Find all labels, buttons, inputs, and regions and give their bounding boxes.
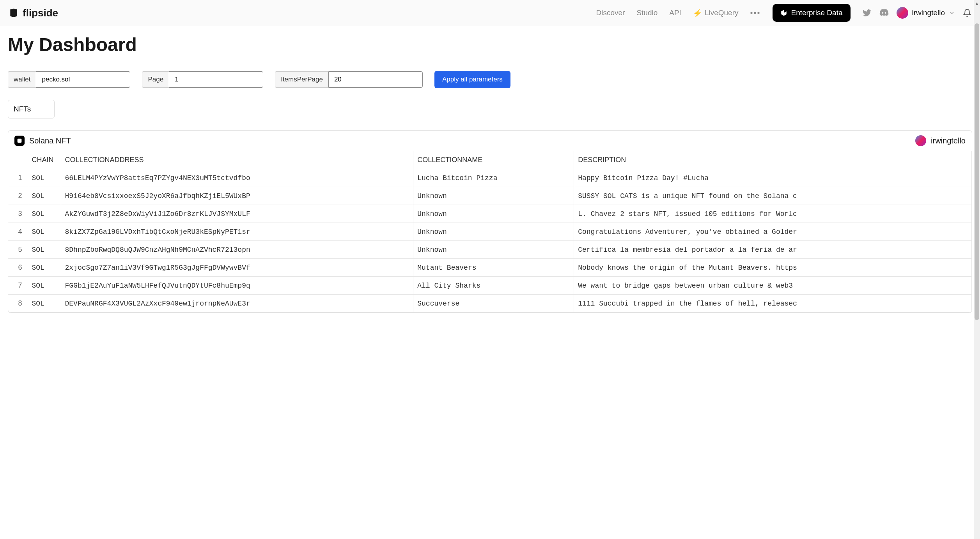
cell-description: Happy Bitcoin Pizza Day! #Lucha: [574, 169, 972, 187]
user-menu[interactable]: irwingtello: [897, 7, 955, 19]
header-right: irwingtello: [862, 7, 971, 19]
scrollbar-up-icon[interactable]: ▲: [974, 0, 980, 6]
table-row[interactable]: 2SOLH9164eb8VcsixxoexS5J2yoXR6aJfbqhKZji…: [8, 187, 972, 205]
nav-api[interactable]: API: [669, 9, 681, 17]
author-name: irwingtello: [931, 136, 966, 145]
cell-chain: SOL: [28, 259, 61, 277]
cell-index: 5: [8, 241, 28, 259]
panel-icon: [14, 136, 25, 146]
table-row[interactable]: 8SOLDEVPauNRGF4X3VUGL2AzXxcF949ew1jrornp…: [8, 295, 972, 313]
tabs-row: NFTs: [8, 100, 972, 118]
cell-chain: SOL: [28, 241, 61, 259]
apply-parameters-button[interactable]: Apply all parameters: [434, 71, 510, 88]
header: flipside Discover Studio API ⚡ LiveQuery…: [0, 0, 980, 26]
panel-author[interactable]: irwingtello: [915, 135, 966, 146]
cell-collection-address: 8kiZX7ZpGa19GLVDxhTibQtCxoNjeRU3kESpNyPE…: [61, 223, 413, 241]
cell-chain: SOL: [28, 223, 61, 241]
cell-description: 1111 Succubi trapped in the flames of he…: [574, 295, 972, 313]
params-row: wallet Page ItemsPerPage Apply all param…: [8, 71, 972, 88]
more-icon[interactable]: •••: [750, 9, 760, 18]
col-chain[interactable]: CHAIN: [28, 151, 61, 169]
table-row[interactable]: 7SOLFGGb1jE2AuYuF1aNW5LHFefQJVutnQDYtUFc…: [8, 277, 972, 295]
scrollbar-track[interactable]: ▲: [974, 0, 980, 321]
cell-index: 1: [8, 169, 28, 187]
wallet-label: wallet: [8, 71, 36, 88]
cell-collection-address: FGGb1jE2AuYuF1aNW5LHFefQJVutnQDYtUFc8huE…: [61, 277, 413, 295]
table-row[interactable]: 1SOL66LELM4PYzVwYP8attsEq7PZYgv4NEX3uMT5…: [8, 169, 972, 187]
svg-rect-0: [18, 139, 22, 143]
cell-collection-name: Lucha Bitcoin Pizza: [413, 169, 574, 187]
cube-icon: [780, 9, 787, 16]
cell-index: 6: [8, 259, 28, 277]
logo[interactable]: flipside: [9, 7, 58, 19]
col-index[interactable]: [8, 151, 28, 169]
table-row[interactable]: 5SOL8DhnpZboRwqDQ8uQJW9CnzAHgNh9MCnAZVhc…: [8, 241, 972, 259]
avatar: [897, 7, 908, 19]
author-avatar: [915, 135, 926, 146]
cell-chain: SOL: [28, 169, 61, 187]
chevron-down-icon: [949, 10, 955, 16]
cell-description: Certifica la membresía del portador a la…: [574, 241, 972, 259]
col-description[interactable]: DESCRIPTION: [574, 151, 972, 169]
cell-chain: SOL: [28, 187, 61, 205]
panel-title: Solana NFT: [14, 136, 71, 146]
cell-index: 4: [8, 223, 28, 241]
param-wallet: wallet: [8, 71, 130, 88]
cell-collection-address: 2xjocSgo7Z7an1iV3Vf9GTwg1R5G3gJgFFgDVWyw…: [61, 259, 413, 277]
table-row[interactable]: 6SOL2xjocSgo7Z7an1iV3Vf9GTwg1R5G3gJgFFgD…: [8, 259, 972, 277]
cell-chain: SOL: [28, 205, 61, 223]
cell-index: 3: [8, 205, 28, 223]
page-input[interactable]: [169, 71, 263, 88]
table-row[interactable]: 3SOLAkZYGuwdT3j2Z8eDxWiyViJ1Zo6Dr8zrKLJV…: [8, 205, 972, 223]
discord-icon[interactable]: [879, 8, 889, 18]
username: irwingtello: [912, 9, 945, 17]
table-wrap: CHAIN COLLECTIONADDRESS COLLECTIONNAME D…: [8, 151, 972, 313]
cell-collection-name: Unknown: [413, 205, 574, 223]
cell-collection-address: 8DhnpZboRwqDQ8uQJW9CnzAHgNh9MCnAZVhcR721…: [61, 241, 413, 259]
table-row[interactable]: 4SOL8kiZX7ZpGa19GLVDxhTibQtCxoNjeRU3kESp…: [8, 223, 972, 241]
nav-livequery[interactable]: ⚡ LiveQuery: [693, 9, 739, 18]
page-label: Page: [142, 71, 169, 88]
tab-nfts[interactable]: NFTs: [8, 100, 55, 118]
nav: Discover Studio API ⚡ LiveQuery ••• Ente…: [596, 4, 971, 22]
cell-collection-name: Unknown: [413, 187, 574, 205]
cell-collection-name: Unknown: [413, 241, 574, 259]
col-collection-address[interactable]: COLLECTIONADDRESS: [61, 151, 413, 169]
cell-description: Congratulations Adventurer, you've obtai…: [574, 223, 972, 241]
cell-collection-address: AkZYGuwdT3j2Z8eDxWiyViJ1Zo6Dr8zrKLJVJSYM…: [61, 205, 413, 223]
cell-index: 8: [8, 295, 28, 313]
cell-description: SUSSY SOL CATS is a unique NFT found on …: [574, 187, 972, 205]
nav-studio[interactable]: Studio: [636, 9, 657, 17]
param-items-per-page: ItemsPerPage: [275, 71, 423, 88]
brand-name: flipside: [23, 7, 58, 19]
nav-discover[interactable]: Discover: [596, 9, 625, 17]
livequery-label: LiveQuery: [705, 9, 739, 17]
page-content: My Dashboard wallet Page ItemsPerPage Ap…: [0, 26, 980, 321]
items-per-page-input[interactable]: [328, 71, 423, 88]
cell-description: Nobody knows the origin of the Mutant Be…: [574, 259, 972, 277]
panel-title-text: Solana NFT: [29, 136, 71, 145]
col-collection-name[interactable]: COLLECTIONNAME: [413, 151, 574, 169]
page-title: My Dashboard: [8, 34, 972, 55]
bolt-icon: ⚡: [693, 9, 702, 18]
enterprise-data-button[interactable]: Enterprise Data: [773, 4, 851, 22]
wallet-input[interactable]: [36, 71, 130, 88]
param-page: Page: [142, 71, 263, 88]
cell-collection-name: All City Sharks: [413, 277, 574, 295]
scrollbar-thumb[interactable]: [975, 23, 979, 320]
twitter-icon[interactable]: [862, 8, 872, 18]
enterprise-label: Enterprise Data: [791, 9, 843, 17]
cell-collection-address: H9164eb8VcsixxoexS5J2yoXR6aJfbqhKZjiEL5W…: [61, 187, 413, 205]
cell-chain: SOL: [28, 295, 61, 313]
cell-collection-address: DEVPauNRGF4X3VUGL2AzXxcF949ew1jrornpNeAU…: [61, 295, 413, 313]
cell-description: We want to bridge gaps between urban cul…: [574, 277, 972, 295]
nft-table: CHAIN COLLECTIONADDRESS COLLECTIONNAME D…: [8, 151, 972, 313]
bell-icon[interactable]: [963, 9, 971, 17]
cell-index: 7: [8, 277, 28, 295]
cell-description: L. Chavez 2 stars NFT, issued 105 editio…: [574, 205, 972, 223]
flipside-logo-icon: [9, 8, 19, 18]
panel-header: Solana NFT irwingtello: [8, 131, 972, 151]
panel-solana-nft: Solana NFT irwingtello CHAIN COLLECTIONA…: [8, 130, 972, 313]
items-per-page-label: ItemsPerPage: [275, 71, 328, 88]
cell-collection-name: Succuverse: [413, 295, 574, 313]
